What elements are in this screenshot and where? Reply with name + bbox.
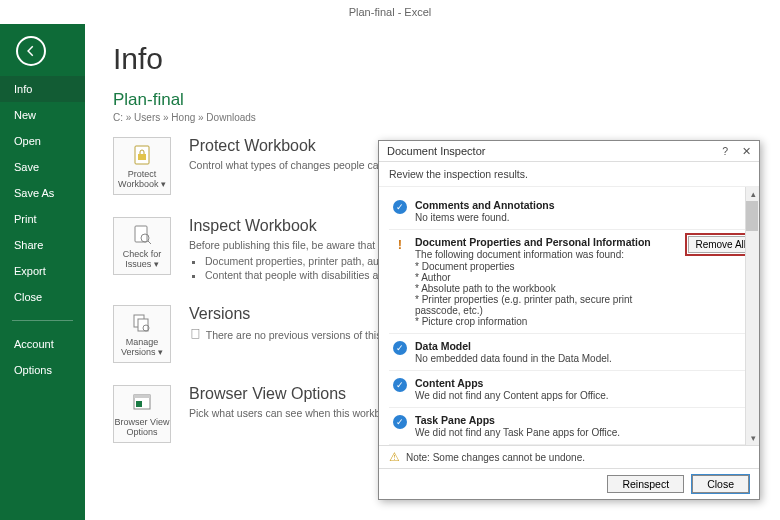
dialog-note-text: Note: Some changes cannot be undone. <box>406 452 585 463</box>
inspector-result-row: ✓Task Pane AppsWe did not find any Task … <box>389 408 757 445</box>
doc-name: Plan-final <box>113 90 752 110</box>
warning-icon: ! <box>393 237 407 251</box>
svg-rect-1 <box>138 154 146 160</box>
check-icon: ✓ <box>393 415 407 429</box>
back-button[interactable] <box>16 36 46 66</box>
inspector-result-row: ✓Content AppsWe did not find any Content… <box>389 371 757 408</box>
result-text: Data ModelNo embedded data found in the … <box>415 340 753 364</box>
scroll-up-icon[interactable]: ▴ <box>746 187 759 201</box>
result-item: Printer properties (e.g. printer path, s… <box>415 294 674 316</box>
result-desc: We did not find any Content apps for Off… <box>415 390 753 401</box>
window-title: Plan-final - Excel <box>0 0 780 24</box>
manage-versions-label: Manage Versions ▾ <box>114 338 170 358</box>
sidebar-item-export[interactable]: Export <box>0 258 85 284</box>
sidebar-item-save[interactable]: Save <box>0 154 85 180</box>
dialog-subtitle: Review the inspection results. <box>379 162 759 187</box>
doc-path: C: » Users » Hong » Downloads <box>113 112 752 123</box>
scroll-down-icon[interactable]: ▾ <box>746 431 759 445</box>
versions-text: There are no previous versions of this f… <box>206 329 401 341</box>
dialog-titlebar: Document Inspector ? ✕ <box>379 141 759 162</box>
sidebar-item-account[interactable]: Account <box>0 331 85 357</box>
sidebar-item-open[interactable]: Open <box>0 128 85 154</box>
document-inspector-dialog: Document Inspector ? ✕ Review the inspec… <box>378 140 760 500</box>
versions-icon <box>130 311 154 335</box>
browser-view-button[interactable]: Browser View Options <box>113 385 171 443</box>
result-item: Picture crop information <box>415 316 674 327</box>
sidebar-item-info[interactable]: Info <box>0 76 85 102</box>
check-icon: ✓ <box>393 200 407 214</box>
dialog-body: ✓Comments and AnnotationsNo items were f… <box>379 187 759 445</box>
warning-icon: ⚠ <box>389 450 400 464</box>
result-item: Absolute path to the workbook <box>415 283 674 294</box>
scroll-thumb[interactable] <box>746 201 758 231</box>
document-icon <box>189 327 203 341</box>
svg-rect-10 <box>134 395 150 398</box>
browser-view-icon <box>130 391 154 415</box>
reinspect-button[interactable]: Reinspect <box>607 475 684 493</box>
sidebar-item-save-as[interactable]: Save As <box>0 180 85 206</box>
result-text: Content AppsWe did not find any Content … <box>415 377 753 401</box>
inspector-result-row: ✓Comments and AnnotationsNo items were f… <box>389 193 757 230</box>
manage-versions-button[interactable]: Manage Versions ▾ <box>113 305 171 363</box>
sidebar-item-options[interactable]: Options <box>0 357 85 383</box>
dialog-scrollbar[interactable]: ▴ ▾ <box>745 187 759 445</box>
check-icon: ✓ <box>393 341 407 355</box>
result-desc: No embedded data found in the Data Model… <box>415 353 753 364</box>
result-desc: The following document information was f… <box>415 249 674 260</box>
result-items: Document propertiesAuthorAbsolute path t… <box>415 261 674 327</box>
sidebar-item-close[interactable]: Close <box>0 284 85 310</box>
sidebar: Info New Open Save Save As Print Share E… <box>0 24 85 520</box>
result-title: Task Pane Apps <box>415 414 753 426</box>
sidebar-item-new[interactable]: New <box>0 102 85 128</box>
result-item: Author <box>415 272 674 283</box>
result-text: Comments and AnnotationsNo items were fo… <box>415 199 753 223</box>
page-title: Info <box>113 42 752 76</box>
sidebar-item-share[interactable]: Share <box>0 232 85 258</box>
document-search-icon <box>130 223 154 247</box>
svg-line-4 <box>148 241 151 244</box>
remove-all-button[interactable]: Remove All <box>688 236 753 253</box>
result-title: Document Properties and Personal Informa… <box>415 236 674 248</box>
dialog-help-button[interactable]: ? <box>722 145 728 157</box>
arrow-left-icon <box>24 44 38 58</box>
check-issues-button[interactable]: Check for Issues ▾ <box>113 217 171 275</box>
close-button[interactable]: Close <box>692 475 749 493</box>
dialog-close-x[interactable]: ✕ <box>742 145 751 157</box>
shield-lock-icon <box>130 143 154 167</box>
result-desc: We did not find any Task Pane apps for O… <box>415 427 753 438</box>
svg-rect-8 <box>192 329 199 338</box>
dialog-footer: Reinspect Close <box>379 469 759 499</box>
result-item: Document properties <box>415 261 674 272</box>
result-title: Content Apps <box>415 377 753 389</box>
inspector-result-row: ✓Data ModelNo embedded data found in the… <box>389 334 757 371</box>
protect-workbook-button[interactable]: Protect Workbook ▾ <box>113 137 171 195</box>
dialog-note: ⚠ Note: Some changes cannot be undone. <box>379 445 759 469</box>
svg-rect-11 <box>136 401 142 407</box>
protect-workbook-label: Protect Workbook ▾ <box>114 170 170 190</box>
result-title: Data Model <box>415 340 753 352</box>
result-text: Document Properties and Personal Informa… <box>415 236 674 327</box>
result-title: Comments and Annotations <box>415 199 753 211</box>
sidebar-separator <box>12 320 73 321</box>
dialog-title: Document Inspector <box>387 145 485 157</box>
check-icon: ✓ <box>393 378 407 392</box>
browser-view-label: Browser View Options <box>114 418 170 438</box>
check-issues-label: Check for Issues ▾ <box>114 250 170 270</box>
sidebar-item-print[interactable]: Print <box>0 206 85 232</box>
result-text: Task Pane AppsWe did not find any Task P… <box>415 414 753 438</box>
inspector-result-row: !Document Properties and Personal Inform… <box>389 230 757 334</box>
result-desc: No items were found. <box>415 212 753 223</box>
